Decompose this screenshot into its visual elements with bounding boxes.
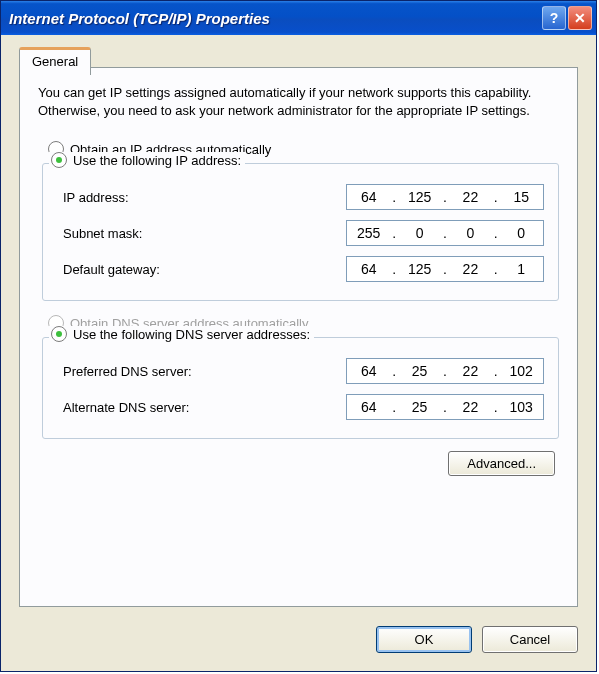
tab-general[interactable]: General bbox=[19, 47, 91, 75]
intro-text: You can get IP settings assigned automat… bbox=[38, 84, 559, 119]
ip-dot-icon: . bbox=[443, 363, 447, 379]
window-title: Internet Protocol (TCP/IP) Properties bbox=[9, 10, 270, 27]
ip-dot-icon: . bbox=[494, 189, 498, 205]
tab-strip: General bbox=[19, 47, 91, 75]
advanced-button[interactable]: Advanced... bbox=[448, 451, 555, 476]
dns2-octet-4[interactable] bbox=[501, 398, 541, 416]
ip-address-label: IP address: bbox=[57, 190, 129, 205]
gw-octet-2[interactable] bbox=[400, 260, 440, 278]
subnet-mask-input[interactable]: . . . bbox=[346, 220, 544, 246]
ip-dot-icon: . bbox=[494, 261, 498, 277]
default-gateway-label: Default gateway: bbox=[57, 262, 160, 277]
ip-octet-3[interactable] bbox=[450, 188, 490, 206]
radio-icon bbox=[51, 152, 67, 168]
tab-general-label: General bbox=[32, 54, 78, 69]
mask-octet-1[interactable] bbox=[349, 224, 389, 242]
dns1-octet-2[interactable] bbox=[400, 362, 440, 380]
default-gateway-input[interactable]: . . . bbox=[346, 256, 544, 282]
help-button[interactable]: ? bbox=[542, 6, 566, 30]
dialog-content: General You can get IP settings assigned… bbox=[5, 39, 592, 667]
preferred-dns-input[interactable]: . . . bbox=[346, 358, 544, 384]
ip-dot-icon: . bbox=[443, 225, 447, 241]
dns1-octet-1[interactable] bbox=[349, 362, 389, 380]
ip-dot-icon: . bbox=[494, 399, 498, 415]
title-bar[interactable]: Internet Protocol (TCP/IP) Properties ? … bbox=[1, 1, 596, 35]
help-icon: ? bbox=[550, 10, 559, 26]
radio-icon bbox=[51, 326, 67, 342]
subnet-mask-label: Subnet mask: bbox=[57, 226, 143, 241]
ip-octet-1[interactable] bbox=[349, 188, 389, 206]
dns2-octet-1[interactable] bbox=[349, 398, 389, 416]
ip-dot-icon: . bbox=[443, 189, 447, 205]
dialog-window: Internet Protocol (TCP/IP) Properties ? … bbox=[0, 0, 597, 672]
mask-octet-4[interactable] bbox=[501, 224, 541, 242]
ip-dot-icon: . bbox=[392, 399, 396, 415]
ip-settings-group: Use the following IP address: IP address… bbox=[42, 163, 559, 301]
mask-octet-3[interactable] bbox=[450, 224, 490, 242]
ip-dot-icon: . bbox=[392, 225, 396, 241]
alternate-dns-input[interactable]: . . . bbox=[346, 394, 544, 420]
radio-use-dns[interactable]: Use the following DNS server addresses: bbox=[49, 326, 314, 342]
ip-octet-2[interactable] bbox=[400, 188, 440, 206]
cancel-button[interactable]: Cancel bbox=[482, 626, 578, 653]
preferred-dns-label: Preferred DNS server: bbox=[57, 364, 192, 379]
ip-dot-icon: . bbox=[494, 225, 498, 241]
tab-panel-general: You can get IP settings assigned automat… bbox=[19, 67, 578, 607]
dns1-octet-4[interactable] bbox=[501, 362, 541, 380]
gw-octet-4[interactable] bbox=[501, 260, 541, 278]
close-button[interactable]: ✕ bbox=[568, 6, 592, 30]
radio-use-ip[interactable]: Use the following IP address: bbox=[49, 152, 245, 168]
radio-use-dns-label: Use the following DNS server addresses: bbox=[73, 327, 310, 342]
dns2-octet-2[interactable] bbox=[400, 398, 440, 416]
dns2-octet-3[interactable] bbox=[450, 398, 490, 416]
ip-octet-4[interactable] bbox=[501, 188, 541, 206]
ip-dot-icon: . bbox=[443, 261, 447, 277]
mask-octet-2[interactable] bbox=[400, 224, 440, 242]
ip-dot-icon: . bbox=[392, 261, 396, 277]
radio-use-ip-label: Use the following IP address: bbox=[73, 153, 241, 168]
ip-address-input[interactable]: . . . bbox=[346, 184, 544, 210]
ip-dot-icon: . bbox=[443, 399, 447, 415]
dns1-octet-3[interactable] bbox=[450, 362, 490, 380]
ip-dot-icon: . bbox=[392, 189, 396, 205]
titlebar-buttons: ? ✕ bbox=[542, 6, 592, 30]
gw-octet-3[interactable] bbox=[450, 260, 490, 278]
ok-button[interactable]: OK bbox=[376, 626, 472, 653]
alternate-dns-label: Alternate DNS server: bbox=[57, 400, 189, 415]
gw-octet-1[interactable] bbox=[349, 260, 389, 278]
dialog-buttons: OK Cancel bbox=[376, 626, 578, 653]
close-icon: ✕ bbox=[574, 10, 586, 26]
ip-dot-icon: . bbox=[494, 363, 498, 379]
ip-dot-icon: . bbox=[392, 363, 396, 379]
dns-settings-group: Use the following DNS server addresses: … bbox=[42, 337, 559, 439]
